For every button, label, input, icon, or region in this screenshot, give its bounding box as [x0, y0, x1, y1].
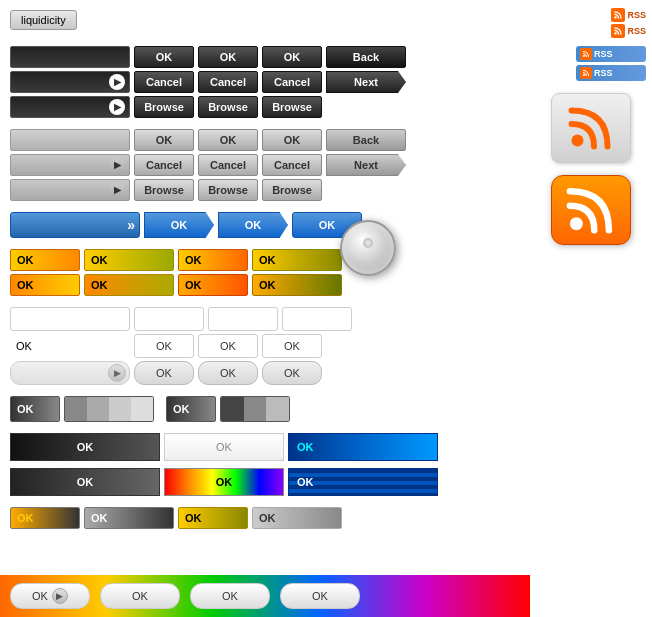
orange-row-1: OK OK OK OK	[10, 274, 520, 296]
ok-btn-y1[interactable]: OK	[10, 249, 80, 271]
ok-btn-w1[interactable]: OK	[134, 334, 194, 358]
ok-btn-w2[interactable]: OK	[198, 334, 258, 358]
knob[interactable]	[340, 220, 396, 276]
gray-input-arrow-1[interactable]: ▶	[10, 154, 130, 176]
ok-btn-gd1[interactable]: OK	[84, 507, 174, 529]
ok-btn-g2[interactable]: OK	[198, 129, 258, 151]
ok-btn-o1[interactable]: OK	[10, 274, 80, 296]
browse-btn-g2[interactable]: Browse	[198, 179, 258, 201]
yellow-row-1: OK OK OK OK	[10, 249, 520, 271]
cancel-btn-d3[interactable]: Cancel	[262, 71, 322, 93]
blue-input-1[interactable]: »	[10, 212, 140, 238]
white-row-inputs	[10, 307, 520, 331]
strip-ok-btn-2[interactable]: OK	[100, 583, 180, 609]
ok-btn-y2[interactable]: OK	[84, 249, 174, 271]
dark-row-1: OK OK OK Back	[10, 46, 520, 68]
gray-row-3: ▶ Browse Browse Browse	[10, 179, 520, 201]
ok-btn-sw2[interactable]: OK	[166, 396, 216, 422]
dark-row-2: ▶ Cancel Cancel Cancel Next	[10, 71, 520, 93]
ok-btn-y4[interactable]: OK	[252, 249, 342, 271]
sidebar: RSS RSS RSS	[530, 0, 652, 617]
rss-icon-sm-1[interactable]	[611, 8, 625, 22]
blue-row-1: » OK OK OK	[10, 212, 520, 238]
ok-btn-y3[interactable]: OK	[178, 249, 248, 271]
dark-input-arrow-1[interactable]: ▶	[10, 71, 130, 93]
browse-btn-d3[interactable]: Browse	[262, 96, 322, 118]
rss-bar-1[interactable]: RSS	[576, 46, 646, 62]
ok-btn-d1[interactable]: OK	[134, 46, 194, 68]
knob-dot	[363, 238, 373, 248]
ok-btn-r1[interactable]: OK	[134, 361, 194, 385]
gray-input-arrow-2[interactable]: ▶	[10, 179, 130, 201]
ok-btn-g3[interactable]: OK	[262, 129, 322, 151]
rss-big-white[interactable]	[551, 93, 631, 163]
swatch-row-1: OK OK	[10, 396, 520, 422]
ok-btn-yl1[interactable]: OK	[178, 507, 248, 529]
ok-btn-o4[interactable]: OK	[252, 274, 342, 296]
cancel-btn-g1[interactable]: Cancel	[134, 154, 194, 176]
liquidicity-button[interactable]: liquidicity	[10, 10, 77, 30]
ok-btn-gl1[interactable]: OK	[252, 507, 342, 529]
ok-btn-sw1[interactable]: OK	[10, 396, 60, 422]
ok-btn-black[interactable]: OK	[10, 433, 160, 461]
rss-bar-label-1: RSS	[594, 49, 613, 59]
dark-input-arrow-2[interactable]: ▶	[10, 96, 130, 118]
rss-bar-2[interactable]: RSS	[576, 65, 646, 81]
svg-point-4	[572, 134, 584, 146]
white-input-2[interactable]	[134, 307, 204, 331]
next-btn-g1[interactable]: Next	[326, 154, 406, 176]
ok-btn-b2[interactable]: OK	[218, 212, 288, 238]
strip-ok-btn-4[interactable]: OK	[280, 583, 360, 609]
cancel-btn-g2[interactable]: Cancel	[198, 154, 258, 176]
ok-btn-striped[interactable]: OK	[288, 468, 438, 496]
browse-btn-g3[interactable]: Browse	[262, 179, 322, 201]
ok-btn-dkblue[interactable]: OK	[288, 433, 438, 461]
svg-point-0	[615, 16, 618, 19]
combo-row-1: OK OK OK OK	[10, 507, 520, 529]
strip-arrow-icon-1: ▶	[52, 588, 68, 604]
ok-btn-r3[interactable]: OK	[262, 361, 322, 385]
next-btn-d1[interactable]: Next	[326, 71, 406, 93]
ok-btn-d2[interactable]: OK	[198, 46, 258, 68]
dark-row-3: ▶ Browse Browse Browse	[10, 96, 520, 118]
rss-small-2: RSS	[611, 24, 646, 38]
white-input-1[interactable]	[10, 307, 130, 331]
ok-btn-white-special[interactable]: OK	[164, 433, 284, 461]
rss-white-icon	[567, 103, 615, 154]
white-input-4[interactable]	[282, 307, 352, 331]
ok-btn-o2[interactable]: OK	[84, 274, 174, 296]
ok-btn-yd1[interactable]: OK	[10, 507, 80, 529]
cancel-btn-d2[interactable]: Cancel	[198, 71, 258, 93]
round-input-1[interactable]: ▶	[10, 361, 130, 385]
ok-btn-b1[interactable]: OK	[144, 212, 214, 238]
strip-ok-btn-1[interactable]: OK ▶	[10, 583, 90, 609]
ok-label-w1: OK	[10, 340, 130, 352]
back-btn-g1[interactable]: Back	[326, 129, 406, 151]
strip-ok-btn-3[interactable]: OK	[190, 583, 270, 609]
ok-btn-black2[interactable]: OK	[10, 468, 160, 496]
gray-input-1[interactable]	[10, 129, 130, 151]
rss-text-1: RSS	[627, 10, 646, 20]
dark-input-1[interactable]	[10, 46, 130, 68]
browse-btn-g1[interactable]: Browse	[134, 179, 194, 201]
browse-btn-d1[interactable]: Browse	[134, 96, 194, 118]
white-input-3[interactable]	[208, 307, 278, 331]
browse-btn-d2[interactable]: Browse	[198, 96, 258, 118]
gray-row-2: ▶ Cancel Cancel Cancel Next	[10, 154, 520, 176]
ok-btn-r2[interactable]: OK	[198, 361, 258, 385]
rss-text-2: RSS	[627, 26, 646, 36]
ok-btn-d3[interactable]: OK	[262, 46, 322, 68]
cancel-btn-d1[interactable]: Cancel	[134, 71, 194, 93]
back-btn-d1[interactable]: Back	[326, 46, 406, 68]
ff-arrow-icon: »	[127, 217, 135, 233]
cancel-btn-g3[interactable]: Cancel	[262, 154, 322, 176]
rss-big-orange[interactable]	[551, 175, 631, 245]
ok-btn-g1[interactable]: OK	[134, 129, 194, 151]
ok-btn-rainbow[interactable]: OK	[164, 468, 284, 496]
ok-btn-o3[interactable]: OK	[178, 274, 248, 296]
strip-ok-label-4: OK	[312, 590, 328, 602]
rss-icon-sm-2[interactable]	[611, 24, 625, 38]
ok-btn-w3[interactable]: OK	[262, 334, 322, 358]
swatch-bar-1	[64, 396, 154, 422]
svg-point-1	[615, 32, 618, 35]
